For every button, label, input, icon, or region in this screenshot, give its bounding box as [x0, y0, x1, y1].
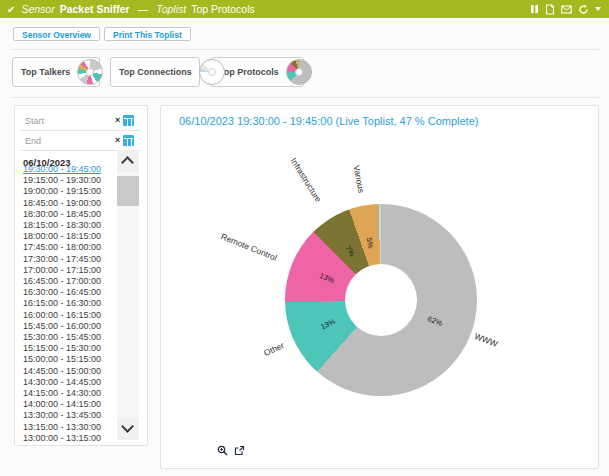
slice-name-label: WWW [473, 331, 499, 349]
sensor-label: Sensor [21, 3, 54, 15]
pie-chart-icon [286, 59, 312, 85]
ok-check-icon: ✔ [7, 4, 15, 15]
prtg-toplist-screen: ✔ Sensor Packet Sniffer — Toplist Top Pr… [0, 0, 609, 476]
start-date-input[interactable] [23, 115, 115, 127]
clear-end-icon[interactable]: × [115, 136, 120, 145]
time-range-item[interactable]: 13:15:00 - 13:30:00 [23, 422, 119, 433]
title-separator: — [138, 3, 149, 15]
zoom-icon[interactable] [217, 445, 228, 456]
scroll-up-button[interactable] [117, 150, 139, 172]
pause-icon[interactable] [530, 4, 539, 14]
time-range-item[interactable]: 14:15:00 - 14:30:00 [23, 388, 119, 399]
time-range-item[interactable]: 19:00:00 - 19:15:00 [23, 186, 119, 197]
toplist-chart-panel: 06/10/2023 19:30:00 - 19:45:00 (Live Top… [160, 105, 599, 469]
pie-chart-icon [77, 59, 103, 85]
time-range-item[interactable]: 15:30:00 - 15:45:00 [23, 332, 119, 343]
chevron-down-icon[interactable] [595, 7, 601, 11]
start-date-row: × [21, 111, 141, 131]
time-range-item[interactable]: 13:30:00 - 13:45:00 [23, 410, 119, 421]
time-range-item[interactable]: 16:45:00 - 17:00:00 [23, 276, 119, 287]
time-range-item[interactable]: 15:45:00 - 16:00:00 [23, 321, 119, 332]
end-date-row: × [21, 131, 141, 151]
toplist-tabs: Top Talkers Top Connections Top Protocol… [12, 57, 304, 87]
time-range-item[interactable]: 18:30:00 - 18:45:00 [23, 209, 119, 220]
titlebar: ✔ Sensor Packet Sniffer — Toplist Top Pr… [0, 0, 609, 18]
email-icon[interactable] [561, 5, 572, 14]
time-range-item[interactable]: 15:00:00 - 15:15:00 [23, 354, 119, 365]
pie-chart-icon [199, 59, 225, 85]
toplist-name: Top Protocols [191, 3, 255, 15]
slice-name-label: Various [351, 164, 366, 194]
separator-line [10, 97, 599, 98]
tab-label: Top Talkers [13, 67, 70, 77]
time-range-item[interactable]: 14:45:00 - 15:00:00 [23, 366, 119, 377]
time-range-item[interactable]: 16:00:00 - 16:15:00 [23, 310, 119, 321]
time-range-item[interactable]: 13:00:00 - 13:15:00 [23, 433, 119, 444]
scrollbar-thumb[interactable] [117, 176, 139, 206]
slice-name-label: Other [263, 340, 286, 358]
titlebar-actions [530, 0, 601, 18]
time-range-item[interactable]: 19:30:00 - 19:45:00 [23, 164, 119, 175]
scrollbar[interactable] [117, 150, 139, 440]
chart-tools [217, 445, 245, 456]
donut-hole [345, 264, 417, 336]
report-icon[interactable] [545, 4, 555, 15]
time-range-item[interactable]: 16:30:00 - 16:45:00 [23, 287, 119, 298]
time-range-item[interactable]: 17:30:00 - 17:45:00 [23, 254, 119, 265]
tab-top-talkers[interactable]: Top Talkers [12, 57, 100, 87]
calendar-icon[interactable] [123, 135, 134, 146]
time-range-item[interactable]: 16:15:00 - 16:30:00 [23, 298, 119, 309]
sensor-overview-button[interactable]: Sensor Overview [13, 27, 100, 41]
tab-top-connections[interactable]: Top Connections [110, 57, 200, 87]
time-range-item[interactable]: 18:45:00 - 19:00:00 [23, 198, 119, 209]
print-toplist-button[interactable]: Print This Toplist [104, 27, 191, 41]
chevron-down-icon [121, 420, 134, 433]
time-filter-panel: × × 06/10/2023 19:30:00 - 19:45:0019:15:… [14, 105, 148, 446]
time-range-item[interactable]: 15:15:00 - 15:30:00 [23, 343, 119, 354]
chevron-up-icon [121, 156, 134, 169]
toplist-label: Toplist [156, 3, 186, 15]
time-range-list: 19:30:00 - 19:45:0019:15:00 - 19:30:0019… [23, 164, 119, 444]
time-range-item[interactable]: 14:00:00 - 14:15:00 [23, 399, 119, 410]
time-range-item[interactable]: 18:00:00 - 18:15:00 [23, 231, 119, 242]
sensor-name-link[interactable]: Packet Sniffer [60, 3, 130, 15]
separator-line [10, 49, 599, 50]
chart-canvas: 06/10/2023 19:30:00 - 19:45:00 (Live Top… [161, 106, 598, 468]
calendar-icon[interactable] [123, 115, 134, 126]
clear-start-icon[interactable]: × [115, 116, 120, 125]
time-range-item[interactable]: 14:30:00 - 14:45:00 [23, 377, 119, 388]
time-range-item[interactable]: 17:45:00 - 18:00:00 [23, 242, 119, 253]
tab-label: Top Connections [111, 67, 192, 77]
end-date-input[interactable] [23, 135, 115, 147]
time-range-item[interactable]: 17:00:00 - 17:15:00 [23, 265, 119, 276]
slice-name-label: Remote Control [220, 231, 279, 263]
refresh-icon[interactable] [578, 4, 589, 15]
toolbar: Sensor Overview Print This Toplist [13, 27, 191, 41]
time-range-item[interactable]: 18:15:00 - 18:30:00 [23, 220, 119, 231]
slice-name-label: Infrastructure [288, 156, 323, 204]
scroll-down-button[interactable] [117, 418, 139, 440]
external-link-icon[interactable] [234, 445, 245, 456]
time-range-item[interactable]: 19:15:00 - 19:30:00 [23, 175, 119, 186]
chart-title: 06/10/2023 19:30:00 - 19:45:00 (Live Top… [179, 115, 478, 127]
